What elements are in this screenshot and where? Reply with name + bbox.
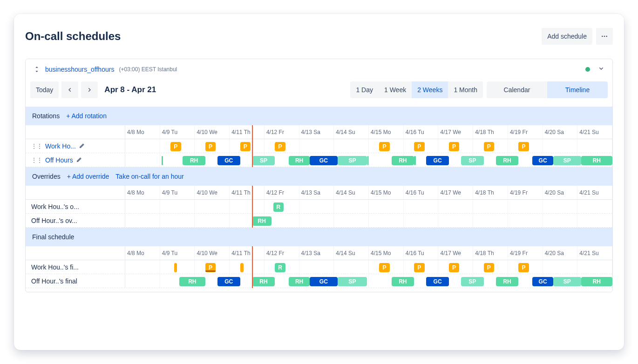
shift-block-SP[interactable]: SP <box>553 156 581 165</box>
day-header-cell: 4/9 Tu <box>160 186 195 199</box>
shift-block-R[interactable]: R <box>273 202 284 212</box>
day-header-row: 4/8 Mo4/9 Tu4/10 We4/11 Th4/12 Fr4/13 Sa… <box>26 246 612 260</box>
shift-block-P[interactable]: P <box>379 142 389 151</box>
shift-block-RH[interactable]: RH <box>289 156 310 165</box>
drag-handle-icon[interactable]: ⋮⋮ <box>31 143 42 149</box>
chevron-left-icon <box>66 86 74 94</box>
shift-block-RH[interactable]: RH <box>252 216 271 226</box>
rotation-row-label: ⋮⋮Work Ho... <box>26 139 125 153</box>
shift-block-RH[interactable]: RH <box>496 156 519 165</box>
range-1day[interactable]: 1 Day <box>350 81 379 98</box>
today-button[interactable]: Today <box>30 81 59 98</box>
shift-block-RH[interactable]: RH <box>179 277 205 286</box>
shift-block-RH[interactable]: RH <box>581 156 612 165</box>
shift-block-RH[interactable]: RH <box>252 277 275 286</box>
day-header-cell: 4/18 Th <box>473 246 508 260</box>
now-line <box>252 125 253 167</box>
timeline-cell <box>299 200 334 213</box>
view-timeline[interactable]: Timeline <box>547 81 608 98</box>
shift-block-P[interactable]: P <box>449 263 459 272</box>
shift-block-RH[interactable] <box>414 156 416 165</box>
shift-block-RH[interactable]: RH <box>496 277 519 286</box>
shift-block-SP[interactable]: SP <box>461 277 484 286</box>
shift-block-GC[interactable]: GC <box>426 277 449 286</box>
shift-block-P[interactable]: P <box>240 142 251 151</box>
schedule-collapse-toggle[interactable] <box>597 65 605 74</box>
shift-block-P[interactable]: P <box>205 142 216 151</box>
shift-block-RH[interactable]: RH <box>183 156 205 165</box>
shift-block-SP[interactable]: SP <box>252 156 275 165</box>
rotation-row: ⋮⋮Off HoursRHGCSPRHGCSPRHGCSPRHGCSPRH <box>26 153 612 167</box>
shift-block-P[interactable] <box>240 263 244 272</box>
prev-range-button[interactable] <box>61 81 78 98</box>
shift-block-P[interactable]: P <box>379 263 389 272</box>
day-header-cell: 4/8 Mo <box>125 125 160 139</box>
shift-block-GC[interactable]: GC <box>310 277 338 286</box>
shift-block-GC[interactable]: GC <box>532 277 553 286</box>
schedule-name[interactable]: businesshours_offhours <box>45 66 114 73</box>
row-name: Off Hour..'s ov... <box>31 217 77 224</box>
day-header-cell: 4/15 Mo <box>369 186 404 199</box>
shift-block-SP[interactable]: SP <box>338 156 367 165</box>
shift-block-P[interactable]: P <box>484 263 494 272</box>
shift-block-P[interactable]: P <box>484 142 494 151</box>
shift-block-GC[interactable]: GC <box>310 156 338 165</box>
shift-block-P[interactable]: P <box>518 142 529 151</box>
shift-block-P[interactable]: P <box>414 142 424 151</box>
range-1month[interactable]: 1 Month <box>448 81 483 98</box>
add-override-link[interactable]: + Add override <box>67 173 109 180</box>
timeline-cell <box>438 200 473 213</box>
shift-block-P[interactable]: P <box>518 263 529 272</box>
section-overrides-title: Overrides <box>32 173 61 180</box>
shift-block-P[interactable]: P <box>414 263 424 272</box>
shift-block-P[interactable]: P <box>205 263 216 272</box>
add-rotation-link[interactable]: + Add rotation <box>66 112 107 120</box>
shift-block-R[interactable]: R <box>275 263 285 272</box>
schedule-toolbar: Today Apr 8 - Apr 21 1 Day1 Week2 Weeks1… <box>26 77 612 107</box>
shift-block-GC[interactable]: GC <box>532 156 553 165</box>
schedule-head-left: businesshours_offhours (+03:00) EEST Ist… <box>33 66 177 73</box>
timeline-cell <box>125 274 160 288</box>
range-2weeks[interactable]: 2 Weeks <box>412 81 448 98</box>
shift-block-RH[interactable]: RH <box>392 156 414 165</box>
range-segmented: 1 Day1 Week2 Weeks1 Month <box>350 81 483 98</box>
view-calendar[interactable]: Calendar <box>487 81 547 98</box>
expand-vertical-icon <box>33 66 41 73</box>
add-schedule-button[interactable]: Add schedule <box>542 28 592 45</box>
svg-point-2 <box>606 36 607 37</box>
schedule-head: businesshours_offhours (+03:00) EEST Ist… <box>26 59 612 77</box>
rotation-name[interactable]: Off Hours <box>45 156 73 164</box>
next-range-button[interactable] <box>81 81 98 98</box>
shift-block-GC[interactable]: GC <box>217 156 240 165</box>
row-name: Work Hou..'s fi... <box>31 263 79 271</box>
shift-block-RH[interactable]: RH <box>392 277 414 286</box>
shift-block-P[interactable]: P <box>275 142 285 151</box>
timeline-cell <box>334 214 369 227</box>
shift-block-RH[interactable]: RH <box>581 277 612 286</box>
shift-block-P[interactable] <box>174 263 177 272</box>
shift-block-SP[interactable]: SP <box>338 277 367 286</box>
shift-block-RH[interactable] <box>162 156 163 165</box>
shift-block-SP[interactable] <box>367 156 369 165</box>
day-header-cell: 4/12 Fr <box>265 186 299 199</box>
timeline-cell <box>473 200 508 213</box>
day-header-cell: 4/17 We <box>438 186 473 199</box>
rotation-name[interactable]: Work Ho... <box>45 142 76 150</box>
shift-block-RH[interactable]: RH <box>289 277 310 286</box>
pencil-icon[interactable] <box>79 142 86 150</box>
shift-block-SP[interactable]: SP <box>461 156 484 165</box>
pencil-icon[interactable] <box>76 155 83 164</box>
shift-block-GC[interactable]: GC <box>426 156 449 165</box>
take-oncall-link[interactable]: Take on-call for an hour <box>115 173 183 180</box>
range-1week[interactable]: 1 Week <box>379 81 412 98</box>
drag-handle-icon[interactable]: ⋮⋮ <box>31 157 42 163</box>
shift-block-P[interactable]: P <box>170 142 181 151</box>
app-window: On-call schedules Add schedule businessh… <box>14 14 624 350</box>
timeline-cell <box>473 214 508 227</box>
shift-block-GC[interactable]: GC <box>217 277 240 286</box>
shift-block-SP[interactable]: SP <box>553 277 581 286</box>
shift-block-P[interactable]: P <box>449 142 459 151</box>
more-actions-button[interactable] <box>596 28 613 45</box>
timeline-cell <box>299 214 334 227</box>
timeline-cell <box>125 200 160 213</box>
